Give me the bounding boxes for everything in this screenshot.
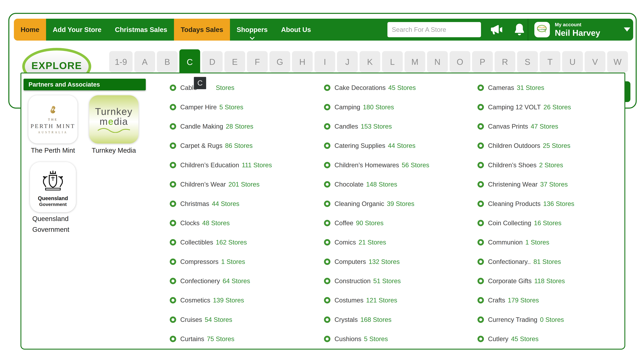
category-store-count: 37 Stores bbox=[540, 181, 568, 188]
category-row-clocks[interactable]: Clocks48 Stores bbox=[170, 213, 318, 233]
bullet-icon bbox=[478, 162, 484, 168]
alpha-tab-n[interactable]: N bbox=[427, 51, 448, 72]
partner-logo-turnkey-media[interactable]: Turnkey media bbox=[89, 95, 138, 144]
search-input[interactable] bbox=[388, 22, 481, 37]
nav-item-christmas-sales[interactable]: Christmas Sales bbox=[108, 19, 174, 41]
category-row-coffee[interactable]: Coffee90 Stores bbox=[324, 213, 472, 233]
category-row-comics[interactable]: Comics21 Stores bbox=[324, 233, 472, 252]
category-row-costumes[interactable]: Costumes121 Stores bbox=[324, 291, 472, 310]
alpha-tab-g[interactable]: G bbox=[270, 51, 290, 72]
category-row-compressors[interactable]: Compressors1 Stores bbox=[170, 252, 318, 271]
nav-item-about-us[interactable]: About Us bbox=[274, 19, 318, 41]
category-row-camping[interactable]: Camping180 Stores bbox=[324, 97, 472, 117]
alpha-tab-b[interactable]: B bbox=[157, 51, 178, 72]
category-row-candles[interactable]: Candles153 Stores bbox=[324, 117, 472, 136]
category-store-count: 16 Stores bbox=[534, 219, 562, 227]
account-menu[interactable]: My account Neil Harvey bbox=[555, 22, 600, 38]
category-row-cosmetics[interactable]: Cosmetics139 Stores bbox=[170, 291, 318, 310]
alpha-tab-t[interactable]: T bbox=[540, 51, 560, 72]
category-row-christening-wear[interactable]: Christening Wear37 Stores bbox=[478, 175, 625, 194]
category-row-cake-decorations[interactable]: Cake Decorations45 Stores bbox=[324, 78, 472, 97]
caret-down-icon[interactable] bbox=[624, 27, 630, 31]
alpha-tab-f[interactable]: F bbox=[247, 51, 268, 72]
category-row-communion[interactable]: Communion1 Stores bbox=[478, 233, 625, 252]
category-row-computers[interactable]: Computers132 Stores bbox=[324, 252, 472, 271]
megaphone-icon[interactable] bbox=[490, 23, 504, 37]
category-row-children-s-education[interactable]: Children’s Education111 Stores bbox=[170, 156, 318, 175]
alpha-tab-d[interactable]: D bbox=[202, 51, 223, 72]
alpha-tab-o[interactable]: O bbox=[450, 51, 470, 72]
category-row-canvas-prints[interactable]: Canvas Prints47 Stores bbox=[478, 117, 625, 136]
bullet-icon bbox=[478, 239, 484, 245]
alpha-tab-k[interactable]: K bbox=[360, 51, 380, 72]
alpha-tab-1-9[interactable]: 1-9 bbox=[109, 51, 132, 72]
alpha-tab-p[interactable]: P bbox=[472, 51, 493, 72]
alpha-tab-u[interactable]: U bbox=[562, 51, 583, 72]
nav-item-home[interactable]: Home bbox=[14, 19, 46, 41]
alpha-tab-s[interactable]: S bbox=[517, 51, 538, 72]
category-row-camping-12-volt[interactable]: Camping 12 VOLT26 Stores bbox=[478, 97, 625, 117]
category-name: Confectionery bbox=[180, 277, 220, 285]
bullet-icon bbox=[170, 336, 176, 342]
category-row-cruises[interactable]: Cruises54 Stores bbox=[170, 310, 318, 329]
category-row-chocolate[interactable]: Chocolate148 Stores bbox=[324, 175, 472, 194]
category-row-cable[interactable]: CableStores bbox=[170, 78, 318, 97]
alpha-tab-l[interactable]: L bbox=[382, 51, 403, 72]
alpha-tab-v[interactable]: V bbox=[585, 51, 606, 72]
category-row-cameras[interactable]: Cameras31 Stores bbox=[478, 78, 625, 97]
category-row-confectionary[interactable]: Confectionary..81 Stores bbox=[478, 252, 625, 271]
category-row-catering-supplies[interactable]: Catering Supplies44 Stores bbox=[324, 136, 472, 155]
category-store-count: 0 Stores bbox=[540, 316, 564, 323]
category-row-children-s-wear[interactable]: Children’s Wear201 Stores bbox=[170, 175, 318, 194]
category-name: Crafts bbox=[488, 297, 505, 304]
category-row-cutlery[interactable]: Cutlery45 Stores bbox=[478, 329, 625, 349]
category-row-cleaning-organic[interactable]: Cleaning Organic39 Stores bbox=[324, 194, 472, 213]
alpha-tab-c[interactable]: C bbox=[180, 49, 200, 74]
bullet-icon bbox=[478, 220, 484, 226]
bullet-icon bbox=[478, 297, 484, 304]
bullet-icon bbox=[170, 123, 176, 130]
alpha-tab-i[interactable]: I bbox=[314, 51, 335, 72]
category-row-carpet-rugs[interactable]: Carpet & Rugs86 Stores bbox=[170, 136, 318, 155]
alpha-tab-m[interactable]: M bbox=[404, 51, 425, 72]
bullet-icon bbox=[170, 181, 176, 187]
category-row-curtains[interactable]: Curtains75 Stores bbox=[170, 329, 318, 349]
bell-icon[interactable] bbox=[512, 22, 526, 36]
alpha-tab-a[interactable]: A bbox=[134, 51, 155, 72]
alpha-tab-j[interactable]: J bbox=[337, 51, 358, 72]
partner-caption-queensland-government[interactable]: Queensland Government bbox=[32, 213, 85, 235]
category-store-count: 45 Stores bbox=[388, 84, 416, 91]
category-store-count: 86 Stores bbox=[225, 142, 253, 149]
nav-item-todays-sales[interactable]: Todays Sales bbox=[174, 19, 230, 41]
nav-item-add-your-store[interactable]: Add Your Store bbox=[46, 19, 108, 41]
category-row-crystals[interactable]: Crystals168 Stores bbox=[324, 310, 472, 329]
category-row-children-s-shoes[interactable]: Children’s Shoes2 Stores bbox=[478, 156, 625, 175]
partner-caption-perth-mint[interactable]: The Perth Mint bbox=[28, 146, 78, 154]
partner-caption-turnkey-media[interactable]: Turnkey Media bbox=[89, 146, 138, 154]
avatar[interactable]: EXPLORE my STORE bbox=[534, 22, 550, 37]
alpha-tab-w[interactable]: W bbox=[607, 51, 628, 72]
category-row-crafts[interactable]: Crafts179 Stores bbox=[478, 291, 625, 310]
category-row-confectionery[interactable]: Confectionery64 Stores bbox=[170, 271, 318, 291]
category-row-camper-hire[interactable]: Camper Hire5 Stores bbox=[170, 97, 318, 117]
category-row-currency-trading[interactable]: Currency Trading0 Stores bbox=[478, 310, 625, 329]
nav-item-label: Christmas Sales bbox=[115, 26, 167, 33]
partner-logo-queensland-government[interactable]: Queensland Government bbox=[30, 162, 76, 212]
category-name: Communion bbox=[488, 239, 523, 246]
category-row-coin-collecting[interactable]: Coin Collecting16 Stores bbox=[478, 213, 625, 233]
category-row-cushions[interactable]: Cushions5 Stores bbox=[324, 329, 472, 349]
category-row-collectibles[interactable]: Collectibles162 Stores bbox=[170, 233, 318, 252]
category-name: Children’s Wear bbox=[180, 181, 226, 188]
alpha-tab-h[interactable]: H bbox=[292, 51, 313, 72]
nav-item-shoppers[interactable]: Shoppers bbox=[230, 19, 274, 41]
category-row-construction[interactable]: Construction51 Stores bbox=[324, 271, 472, 291]
alpha-tab-e[interactable]: E bbox=[224, 51, 245, 72]
partner-logo-perth-mint[interactable]: THE PERTH MINT AUSTRALIA bbox=[28, 95, 78, 144]
category-row-children-outdoors[interactable]: Children Outdoors25 Stores bbox=[478, 136, 625, 155]
category-row-christmas[interactable]: Christmas44 Stores bbox=[170, 194, 318, 213]
alpha-tab-r[interactable]: R bbox=[494, 51, 515, 72]
category-row-candle-making[interactable]: Candle Making28 Stores bbox=[170, 117, 318, 136]
category-row-corporate-gifts[interactable]: Corporate Gifts118 Stores bbox=[478, 271, 625, 291]
category-row-cleaning-products[interactable]: Cleaning Products136 Stores bbox=[478, 194, 625, 213]
category-row-children-s-homewares[interactable]: Children’s Homewares56 Stores bbox=[324, 156, 472, 175]
